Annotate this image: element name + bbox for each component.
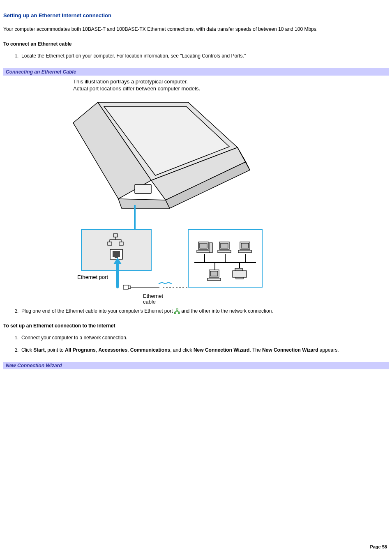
svg-rect-18 xyxy=(115,256,118,258)
step-plug-cable: Plug one end of the Ethernet cable into … xyxy=(20,308,389,315)
intro-paragraph: Your computer accommodates both 10BASE-T… xyxy=(3,26,389,33)
figure-connecting-cable: This illustration portrays a prototypica… xyxy=(73,78,389,304)
step-connect-network: Connect your computer to a network conne… xyxy=(20,334,389,341)
network-panel-icon xyxy=(188,230,262,287)
svg-rect-29 xyxy=(209,243,212,253)
steps-connect-cable: Locate the Ethernet port on your compute… xyxy=(3,53,389,60)
svg-rect-54 xyxy=(178,312,180,314)
svg-rect-48 xyxy=(176,309,178,310)
step2-text-b: and the other into the network connectio… xyxy=(181,308,273,314)
svg-rect-45 xyxy=(128,286,131,288)
steps-setup-internet: Connect your computer to a network conne… xyxy=(3,334,389,354)
svg-rect-53 xyxy=(174,312,176,314)
figure-note: This illustration portrays a prototypica… xyxy=(73,78,389,92)
svg-rect-35 xyxy=(238,250,251,253)
svg-rect-38 xyxy=(208,278,221,281)
svg-rect-31 xyxy=(221,243,228,248)
figure-note-line1: This illustration portrays a prototypica… xyxy=(73,78,188,85)
svg-rect-37 xyxy=(210,271,218,276)
document-page: Setting up an Ethernet Internet connecti… xyxy=(0,0,392,555)
svg-rect-28 xyxy=(197,250,210,253)
ethernet-icon xyxy=(174,309,180,314)
figure-note-line2: Actual port locations differ between com… xyxy=(73,85,200,92)
label-ethernet: Ethernet xyxy=(143,293,164,299)
section-setup-internet-heading: To set up an Ethernet connection to the … xyxy=(3,323,389,329)
laptop-icon xyxy=(73,102,250,208)
label-ethernet-port: Ethernet port xyxy=(77,274,108,280)
figure-caption-new-connection-wizard: New Connection Wizard xyxy=(3,362,389,369)
svg-rect-7 xyxy=(135,184,151,193)
diagram-illustration: Ethernet port Ethernet cable xyxy=(73,98,266,304)
label-cable: cable xyxy=(143,299,156,304)
svg-rect-34 xyxy=(241,243,249,248)
step2-text-a: Plug one end of the Ethernet cable into … xyxy=(21,308,174,314)
svg-rect-39 xyxy=(233,271,247,277)
svg-rect-32 xyxy=(218,250,231,253)
svg-rect-27 xyxy=(200,243,207,248)
figure-caption-connecting-cable: Connecting an Ethernet Cable xyxy=(3,68,389,76)
svg-rect-40 xyxy=(235,268,242,271)
svg-marker-4 xyxy=(118,199,170,208)
svg-rect-44 xyxy=(123,285,128,289)
step-new-connection-wizard: Click Start, point to All Programs, Acce… xyxy=(20,347,389,354)
step-locate-port: Locate the Ethernet port on your compute… xyxy=(20,53,389,60)
page-number: Page 58 xyxy=(370,544,387,549)
svg-rect-41 xyxy=(236,277,243,279)
section-connect-cable-heading: To connect an Ethernet cable xyxy=(3,41,389,47)
page-title: Setting up an Ethernet Internet connecti… xyxy=(3,12,389,18)
steps-connect-cable-cont: Plug one end of the Ethernet cable into … xyxy=(3,308,389,315)
